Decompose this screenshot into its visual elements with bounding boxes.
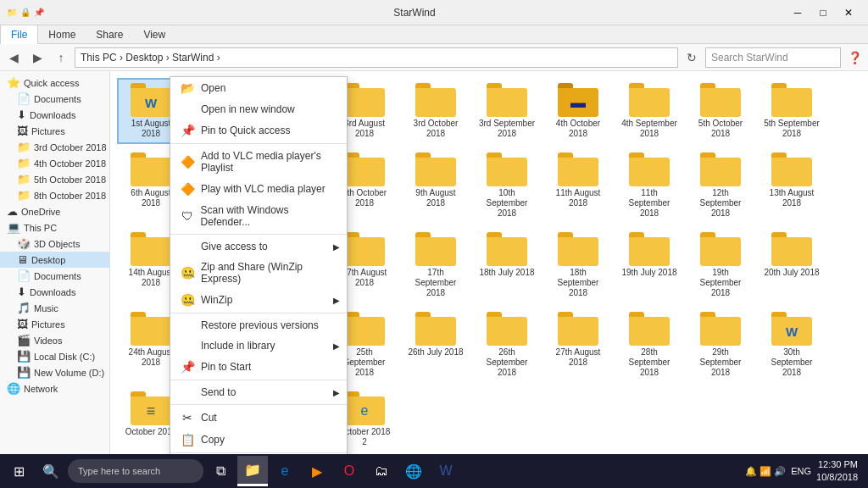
context-menu-item-pin-to-quick-access[interactable]: 📌 Pin to Quick access	[170, 119, 347, 141]
sidebar-item-network[interactable]: 🌐Network	[0, 380, 109, 396]
path-box[interactable]: This PC › Desktop › StarWind ›	[75, 47, 678, 68]
back-button[interactable]: ◀	[3, 47, 24, 68]
folder-item[interactable]: 18th July 2018	[473, 227, 541, 303]
task-view-button[interactable]: ⧉	[205, 456, 236, 486]
sidebar-item-onedrive[interactable]: ☁OneDrive	[0, 203, 109, 219]
forward-button[interactable]: ▶	[27, 47, 47, 68]
context-menu-item-scan-with-windows-defender...[interactable]: 🛡 Scan with Windows Defender...	[170, 200, 347, 232]
sidebar-item-quick-access[interactable]: ⭐Quick access	[0, 75, 109, 91]
sidebar-item-new-volume-(d:)[interactable]: 💾New Volume (D:)	[0, 364, 109, 380]
folder-item[interactable]: 13th August 2018	[758, 147, 826, 224]
folder-item[interactable]: 3rd October 2018	[402, 78, 470, 144]
search-button[interactable]: 🔍	[36, 456, 66, 486]
folder-item[interactable]: 28th September 2018	[615, 307, 683, 383]
folder-item[interactable]: 12th September 2018	[687, 147, 754, 224]
sidebar-item-pictures[interactable]: 🖼Pictures	[0, 316, 109, 332]
ribbon-tab-share[interactable]: Share	[86, 25, 133, 44]
ctx-icon: 📌	[181, 124, 194, 137]
folder-item[interactable]: W 30th September 2018	[758, 307, 826, 383]
search-box[interactable]: Search StarWind	[705, 47, 841, 68]
up-button[interactable]: ↑	[51, 47, 71, 68]
sidebar-label: Videos	[34, 336, 62, 346]
file-explorer-taskbar[interactable]: 📁	[237, 456, 268, 486]
context-menu-item-zip-and-share-(winzip-express)[interactable]: 🤐 Zip and Share (WinZip Express)	[170, 257, 347, 289]
ctx-arrow: ▶	[333, 388, 340, 397]
folder-item[interactable]: 29th September 2018	[687, 307, 754, 383]
sidebar-item-downloads[interactable]: ⬇Downloads	[0, 107, 109, 123]
sidebar-item-local-disk-(c:)[interactable]: 💾Local Disk (C:)	[0, 348, 109, 364]
folder-item[interactable]: 19th July 2018	[615, 227, 683, 303]
word-taskbar[interactable]: W	[431, 456, 461, 486]
taskbar: ⊞ 🔍 Type here to search ⧉ 📁 e ▶ O 🗂 🌐 W …	[0, 454, 868, 488]
sidebar-item-8th-october-2018[interactable]: 📁8th October 2018	[0, 187, 109, 203]
folder-item[interactable]: 20th July 2018	[758, 227, 826, 303]
sidebar-item-5th-october-2018[interactable]: 📁5th October 2018	[0, 171, 109, 187]
folder-label: 28th September 2018	[620, 347, 678, 378]
folder-item[interactable]: 11th August 2018	[544, 147, 612, 224]
sidebar-icon: 🖼	[17, 318, 28, 330]
minimize-button[interactable]: ─	[785, 0, 810, 25]
sidebar-item-pictures[interactable]: 🖼Pictures	[0, 123, 109, 139]
folder-item[interactable]: 18th September 2018	[544, 227, 612, 303]
folder-item[interactable]: 19th September 2018	[687, 227, 754, 303]
context-menu-item-add-to-vlc-media-player's-playlist[interactable]: 🔶 Add to VLC media player's Playlist	[170, 146, 347, 178]
opera-taskbar[interactable]: O	[334, 456, 364, 486]
context-menu-item-play-with-vlc-media-player[interactable]: 🔶 Play with VLC media player	[170, 178, 347, 200]
context-menu-item-give-access-to[interactable]: Give access to ▶	[170, 236, 347, 257]
sidebar-label: Local Disk (C:)	[34, 352, 95, 362]
folder-item[interactable]: 10th September 2018	[473, 147, 541, 224]
folder-item[interactable]: 26th September 2018	[473, 307, 541, 383]
folder-item[interactable]: 9th August 2018	[402, 147, 470, 224]
sidebar-label: New Volume (D:)	[34, 368, 104, 378]
context-menu-item-copy[interactable]: 📋 Copy	[170, 429, 347, 451]
folder-item[interactable]: 26th July 2018	[402, 307, 470, 383]
folder-item[interactable]: 4th September 2018	[615, 78, 683, 144]
refresh-button[interactable]: ↻	[682, 47, 702, 68]
vlc-taskbar[interactable]: ▶	[302, 456, 332, 486]
sidebar-label: 5th October 2018	[34, 175, 106, 185]
folder-label: 29th September 2018	[692, 347, 749, 378]
sidebar-item-music[interactable]: 🎵Music	[0, 300, 109, 316]
folder-icon	[344, 152, 385, 186]
context-menu-item-winzip[interactable]: 🤐 WinZip ▶	[170, 289, 347, 311]
folder-item[interactable]: 5th October 2018	[687, 78, 754, 144]
context-menu-item-pin-to-start[interactable]: 📌 Pin to Start	[170, 356, 347, 378]
clock-date: 10/8/2018	[816, 471, 858, 484]
sidebar-item-3d-objects[interactable]: 🎲3D Objects	[0, 236, 109, 252]
files-taskbar[interactable]: 🗂	[366, 456, 397, 486]
context-menu-item-send-to[interactable]: Send to ▶	[170, 382, 347, 402]
context-menu-item-cut[interactable]: ✂ Cut	[170, 407, 347, 429]
folder-item[interactable]: 11th September 2018	[615, 147, 683, 224]
start-button[interactable]: ⊞	[3, 456, 34, 486]
sidebar-item-videos[interactable]: 🎬Videos	[0, 332, 109, 348]
sidebar-icon: 📁	[17, 189, 31, 202]
sidebar-item-documents[interactable]: 📄Documents	[0, 91, 109, 107]
folder-item[interactable]: ▬ 4th October 2018	[544, 78, 612, 144]
sidebar-item-this-pc[interactable]: 💻This PC	[0, 219, 109, 236]
sidebar-item-4th-october-2018[interactable]: 📁4th October 2018	[0, 155, 109, 171]
ribbon-tab-home[interactable]: Home	[38, 25, 86, 44]
ribbon-tab-file[interactable]: File	[0, 25, 38, 44]
folder-item[interactable]: 27th August 2018	[544, 307, 612, 383]
sidebar-item-documents[interactable]: 📄Documents	[0, 268, 109, 284]
maximize-button[interactable]: □	[810, 0, 836, 25]
context-menu-item-restore-previous-versions[interactable]: Restore previous versions	[170, 315, 347, 336]
context-menu-item-open-in-new-window[interactable]: Open in new window	[170, 99, 347, 119]
folder-icon	[415, 83, 456, 117]
folder-item[interactable]: 5th September 2018	[758, 78, 826, 144]
close-button[interactable]: ✕	[836, 0, 861, 25]
folder-item[interactable]: 17th September 2018	[402, 227, 470, 303]
taskbar-search[interactable]: Type here to search	[68, 459, 203, 483]
edge-taskbar[interactable]: e	[270, 456, 300, 486]
ribbon-tab-view[interactable]: View	[133, 25, 175, 44]
sidebar-label: 4th October 2018	[34, 158, 106, 169]
sidebar-item-downloads[interactable]: ⬇Downloads	[0, 284, 109, 300]
chrome-taskbar[interactable]: 🌐	[398, 456, 429, 486]
folder-icon	[131, 232, 171, 266]
help-button[interactable]: ❓	[844, 47, 865, 68]
sidebar-item-desktop[interactable]: 🖥Desktop	[0, 252, 109, 268]
context-menu-item-include-in-library[interactable]: Include in library ▶	[170, 336, 347, 356]
folder-item[interactable]: 3rd September 2018	[473, 78, 541, 144]
sidebar-item-3rd-october-2018[interactable]: 📁3rd October 2018	[0, 139, 109, 155]
context-menu-item-open[interactable]: 📂 Open	[170, 77, 347, 99]
